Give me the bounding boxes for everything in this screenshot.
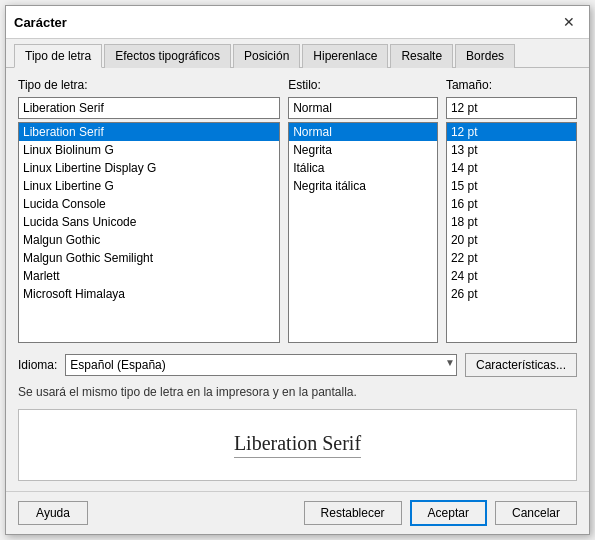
language-row: Idioma: Español (España) ▼ Característic…	[18, 353, 577, 377]
list-item[interactable]: 26 pt	[447, 285, 576, 303]
language-select[interactable]: Español (España)	[65, 354, 457, 376]
list-item[interactable]: 15 pt	[447, 177, 576, 195]
style-label: Estilo:	[288, 78, 438, 92]
size-input[interactable]	[446, 97, 577, 119]
list-item[interactable]: Marlett	[19, 267, 279, 285]
info-text: Se usará el mismo tipo de letra en la im…	[18, 385, 577, 399]
font-column: Tipo de letra: Liberation Serif Linux Bi…	[18, 78, 280, 343]
reset-button[interactable]: Restablecer	[304, 501, 402, 525]
accept-button[interactable]: Aceptar	[410, 500, 487, 526]
list-item[interactable]: 14 pt	[447, 159, 576, 177]
list-item[interactable]: 20 pt	[447, 231, 576, 249]
close-button[interactable]: ✕	[557, 12, 581, 32]
list-item[interactable]: Negrita	[289, 141, 437, 159]
characteristics-button[interactable]: Características...	[465, 353, 577, 377]
list-item[interactable]: 18 pt	[447, 213, 576, 231]
size-list[interactable]: 12 pt 13 pt 14 pt 15 pt 16 pt 18 pt 20 p…	[446, 122, 577, 343]
footer: Ayuda Restablecer Aceptar Cancelar	[6, 491, 589, 534]
font-input[interactable]	[18, 97, 280, 119]
tab-bar: Tipo de letra Efectos tipográficos Posic…	[6, 39, 589, 68]
list-item[interactable]: Malgun Gothic Semilight	[19, 249, 279, 267]
title-bar: Carácter ✕	[6, 6, 589, 39]
tab-bordes[interactable]: Bordes	[455, 44, 515, 68]
list-item[interactable]: Microsoft Himalaya	[19, 285, 279, 303]
font-list[interactable]: Liberation Serif Linux Biolinum G Linux …	[18, 122, 280, 343]
help-button[interactable]: Ayuda	[18, 501, 88, 525]
style-column: Estilo: Normal Negrita Itálica Negrita i…	[288, 78, 438, 343]
list-item[interactable]: Normal	[289, 123, 437, 141]
style-list[interactable]: Normal Negrita Itálica Negrita itálica	[288, 122, 438, 343]
size-column: Tamaño: 12 pt 13 pt 14 pt 15 pt 16 pt 18…	[446, 78, 577, 343]
cancel-button[interactable]: Cancelar	[495, 501, 577, 525]
tab-posicion[interactable]: Posición	[233, 44, 300, 68]
list-item[interactable]: Itálica	[289, 159, 437, 177]
list-item[interactable]: 16 pt	[447, 195, 576, 213]
preview-box: Liberation Serif	[18, 409, 577, 481]
tab-tipo-de-letra[interactable]: Tipo de letra	[14, 44, 102, 68]
list-item[interactable]: 13 pt	[447, 141, 576, 159]
language-label: Idioma:	[18, 358, 57, 372]
list-item[interactable]: 22 pt	[447, 249, 576, 267]
list-item[interactable]: Liberation Serif	[19, 123, 279, 141]
list-item[interactable]: Linux Libertine G	[19, 177, 279, 195]
list-item[interactable]: 12 pt	[447, 123, 576, 141]
columns-area: Tipo de letra: Liberation Serif Linux Bi…	[18, 78, 577, 343]
size-label: Tamaño:	[446, 78, 577, 92]
font-label: Tipo de letra:	[18, 78, 280, 92]
language-select-wrap: Español (España) ▼	[65, 354, 457, 376]
list-item[interactable]: Linux Libertine Display G	[19, 159, 279, 177]
tab-efectos[interactable]: Efectos tipográficos	[104, 44, 231, 68]
dialog-title: Carácter	[14, 15, 67, 30]
style-input[interactable]	[288, 97, 438, 119]
list-item[interactable]: Malgun Gothic	[19, 231, 279, 249]
character-dialog: Carácter ✕ Tipo de letra Efectos tipográ…	[5, 5, 590, 535]
preview-text: Liberation Serif	[234, 432, 361, 458]
list-item[interactable]: 24 pt	[447, 267, 576, 285]
tab-resalte[interactable]: Resalte	[390, 44, 453, 68]
main-content: Tipo de letra: Liberation Serif Linux Bi…	[6, 68, 589, 491]
list-item[interactable]: Lucida Sans Unicode	[19, 213, 279, 231]
list-item[interactable]: Linux Biolinum G	[19, 141, 279, 159]
list-item[interactable]: Negrita itálica	[289, 177, 437, 195]
list-item[interactable]: Lucida Console	[19, 195, 279, 213]
tab-hiperenlace[interactable]: Hiperenlace	[302, 44, 388, 68]
